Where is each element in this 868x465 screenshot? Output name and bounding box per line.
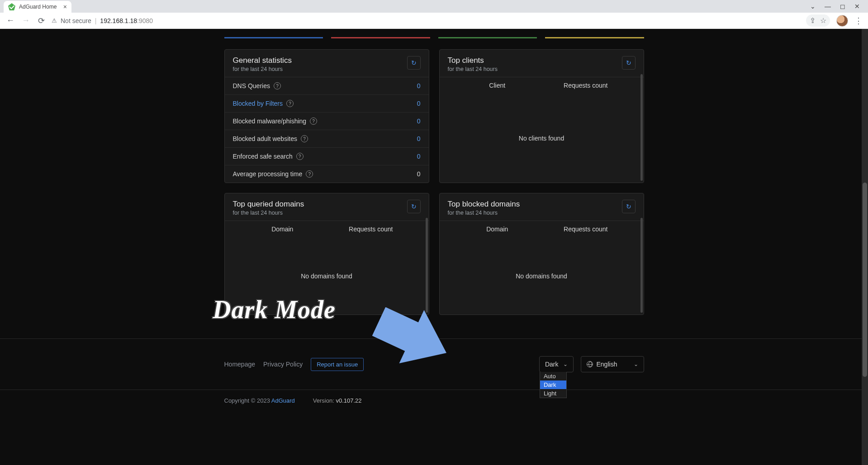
homepage-link[interactable]: Homepage: [224, 361, 256, 368]
shield-icon: [8, 3, 15, 10]
empty-state: No domains found: [225, 237, 429, 315]
card-general-statistics: General statistics for the last 24 hours…: [224, 49, 429, 183]
card-title: Top clients: [448, 56, 498, 65]
scrollbar[interactable]: [426, 218, 428, 313]
share-icon[interactable]: ⇪: [810, 16, 816, 25]
address-bar-actions: ⇪ ☆ ⋮: [806, 14, 863, 27]
col-client: Client: [453, 82, 542, 89]
url-host: 192.168.1.18: [100, 17, 137, 24]
table-header: Domain Requests count: [225, 221, 429, 237]
brand-link[interactable]: AdGuard: [271, 397, 295, 404]
col-domain: Domain: [453, 225, 542, 233]
help-icon[interactable]: ?: [301, 135, 308, 142]
card-title: Top queried domains: [233, 200, 304, 209]
card-title: General statistics: [233, 56, 292, 65]
card-top-blocked: Top blocked domains for the last 24 hour…: [439, 193, 644, 315]
scrollbar[interactable]: [640, 74, 643, 181]
stat-row-avg-time[interactable]: Average processing time? 0: [225, 165, 429, 183]
empty-state: No clients found: [440, 94, 644, 183]
stat-value: 0: [417, 153, 421, 160]
col-requests: Requests count: [327, 225, 415, 233]
theme-selected: Dark: [545, 361, 559, 368]
tab-title: AdGuard Home: [19, 4, 57, 10]
divider: [0, 338, 868, 339]
chevron-down-icon: ⌄: [563, 361, 568, 367]
chevron-down-icon[interactable]: ⌄: [810, 3, 816, 10]
help-icon[interactable]: ?: [286, 100, 294, 107]
stat-value: 0: [417, 170, 421, 178]
kebab-menu-icon[interactable]: ⋮: [854, 16, 863, 26]
refresh-button[interactable]: ↻: [407, 56, 421, 70]
theme-option-dark[interactable]: Dark: [540, 380, 566, 389]
help-icon[interactable]: ?: [296, 153, 304, 160]
card-subtitle: for the last 24 hours: [448, 210, 520, 216]
card-subtitle: for the last 24 hours: [233, 210, 304, 216]
language-select[interactable]: English ⌄: [581, 356, 644, 372]
card-subtitle: for the last 24 hours: [448, 66, 498, 72]
card-subtitle: for the last 24 hours: [233, 66, 292, 72]
bookmark-icon[interactable]: ☆: [820, 16, 826, 25]
stat-row-malware[interactable]: Blocked malware/phishing? 0: [225, 113, 429, 130]
stat-value: 0: [417, 117, 421, 125]
table-header: Domain Requests count: [440, 221, 644, 237]
col-requests: Requests count: [541, 225, 630, 233]
refresh-button[interactable]: ↻: [622, 200, 636, 213]
help-icon[interactable]: ?: [274, 82, 281, 89]
theme-option-light[interactable]: Light: [540, 389, 566, 398]
theme-dropdown: Auto Dark Light: [540, 372, 567, 398]
warning-icon: ⚠: [52, 17, 57, 24]
theme-select[interactable]: Dark ⌄ Auto Dark Light: [539, 356, 574, 372]
card-top-queried: Top queried domains for the last 24 hour…: [224, 193, 429, 315]
col-domain: Domain: [238, 225, 327, 233]
stat-row-blocked-filters[interactable]: Blocked by Filters? 0: [225, 95, 429, 113]
forward-button[interactable]: →: [21, 16, 31, 25]
stat-value: 0: [417, 82, 421, 89]
refresh-button[interactable]: ↻: [622, 56, 636, 70]
page-scrollbar-thumb[interactable]: [863, 183, 867, 377]
not-secure-label: Not secure: [61, 17, 91, 24]
back-button[interactable]: ←: [5, 16, 15, 25]
stat-row-dns-queries[interactable]: DNS Queries? 0: [225, 77, 429, 95]
minimize-icon[interactable]: —: [825, 3, 831, 10]
page-scrollbar-track[interactable]: [862, 29, 868, 465]
chevron-down-icon: ⌄: [634, 361, 638, 367]
footer-row-2: Copyright © 2023 AdGuard Version: v0.107…: [0, 390, 868, 418]
theme-option-auto[interactable]: Auto: [540, 372, 566, 380]
separator: |: [95, 17, 97, 24]
stat-row-safesearch[interactable]: Enforced safe search? 0: [225, 148, 429, 165]
address-bar: ← → ⟳ ⚠ Not secure | 192.168.1.18:9080 ⇪…: [0, 13, 868, 29]
browser-tab[interactable]: AdGuard Home ×: [4, 1, 71, 13]
url-box[interactable]: ⚠ Not secure | 192.168.1.18:9080: [52, 17, 801, 24]
card-title: Top blocked domains: [448, 200, 520, 209]
reload-button[interactable]: ⟳: [36, 16, 46, 26]
table-header: Client Requests count: [440, 77, 644, 94]
maximize-icon[interactable]: ◻: [840, 3, 845, 10]
empty-state: No domains found: [440, 237, 644, 315]
refresh-button[interactable]: ↻: [407, 200, 421, 213]
card-top-clients: Top clients for the last 24 hours ↻ Clie…: [439, 49, 644, 183]
profile-avatar[interactable]: [836, 15, 848, 27]
stat-rows: DNS Queries? 0 Blocked by Filters? 0 Blo…: [225, 77, 429, 183]
globe-icon: [587, 361, 593, 367]
browser-tab-strip: AdGuard Home × ⌄ — ◻ ✕: [0, 0, 868, 13]
stat-row-adult[interactable]: Blocked adult websites? 0: [225, 130, 429, 148]
stat-value: 0: [417, 100, 421, 107]
copyright: Copyright © 2023 AdGuard: [224, 397, 295, 404]
language-label: English: [597, 361, 617, 368]
window-controls: ⌄ — ◻ ✕: [802, 0, 868, 13]
version: Version: v0.107.22: [313, 397, 362, 404]
help-icon[interactable]: ?: [306, 170, 313, 178]
col-requests: Requests count: [541, 82, 630, 89]
footer-row-1: Homepage Privacy Policy Report an issue …: [224, 349, 644, 380]
url-port: :9080: [137, 17, 153, 24]
close-window-icon[interactable]: ✕: [854, 3, 860, 10]
report-issue-button[interactable]: Report an issue: [311, 358, 364, 371]
scrollbar[interactable]: [640, 218, 643, 313]
close-tab-icon[interactable]: ×: [63, 3, 67, 10]
help-icon[interactable]: ?: [310, 117, 317, 125]
page-viewport: General statistics for the last 24 hours…: [0, 29, 868, 465]
accent-bars: [224, 37, 644, 38]
stat-value: 0: [417, 135, 421, 142]
privacy-link[interactable]: Privacy Policy: [263, 361, 303, 368]
